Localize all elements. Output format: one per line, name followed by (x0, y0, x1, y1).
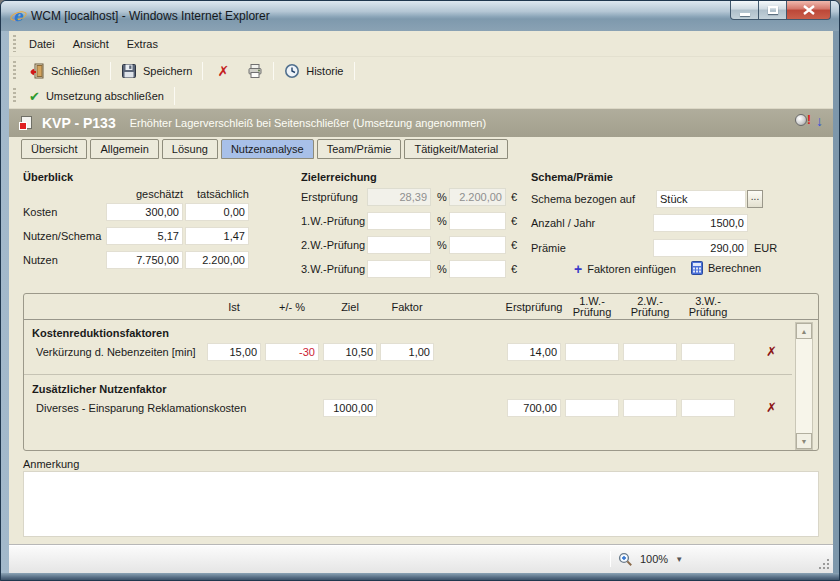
tab-strip: Übersicht Allgemein Lösung Nutzenanalyse… (9, 139, 833, 159)
w1-percent-field[interactable] (367, 212, 431, 230)
prozent-field[interactable]: -30 (265, 343, 319, 361)
tab-allgemein[interactable]: Allgemein (90, 139, 158, 159)
minimize-button[interactable] (730, 1, 759, 20)
nutzen-geschaetzt-field[interactable]: 7.750,00 (106, 251, 183, 269)
w1-field[interactable] (565, 343, 619, 361)
euro-sign: € (511, 239, 517, 251)
toolbar-gripper[interactable] (13, 35, 16, 53)
scroll-down-button[interactable]: ▼ (796, 433, 812, 449)
w2-amount-field[interactable] (449, 236, 506, 254)
door-exit-icon (29, 63, 45, 79)
w3-percent-field[interactable] (367, 260, 431, 278)
col-tatsaechlich: tatsächlich (185, 188, 249, 200)
ueberblick-title: Überblick (23, 171, 73, 183)
factors-table-panel: Ist +/- % Ziel Faktor Erstprüfung 1.W.-P… (23, 293, 819, 451)
umsetzung-abschliessen-button[interactable]: ✔ Umsetzung abschließen (22, 86, 171, 107)
nutzen-label: Nutzen (23, 254, 58, 266)
zoom-dropdown-icon[interactable]: ▼ (675, 555, 683, 564)
delete-button[interactable]: ✗ (206, 60, 240, 82)
w2-percent-field[interactable] (367, 236, 431, 254)
schema-praemie-title: Schema/Prämie (531, 171, 613, 183)
anmerkung-textarea[interactable] (23, 471, 819, 537)
nutzenfaktor-ziel-field[interactable]: 1000,00 (323, 399, 377, 417)
menu-datei[interactable]: Datei (22, 35, 62, 53)
schliessen-button[interactable]: Schließen (22, 60, 107, 82)
ziel-field[interactable]: 10,50 (323, 343, 377, 361)
nutzenfaktor-erstpruefung-field[interactable]: 700,00 (507, 399, 561, 417)
tab-taetigkeit-material[interactable]: Tätigkeit/Material (404, 139, 508, 159)
tab-uebersicht[interactable]: Übersicht (21, 139, 87, 159)
w1-amount-field[interactable] (449, 212, 506, 230)
w3-pruefung-label: 3.W.-Prüfung (301, 263, 365, 275)
nutzen-schema-tatsaechlich-field[interactable]: 1,47 (185, 227, 249, 245)
euro-sign: € (511, 263, 517, 275)
w3-field[interactable] (681, 343, 735, 361)
praemie-field[interactable]: 290,00 (653, 239, 748, 257)
menu-extras[interactable]: Extras (120, 35, 165, 53)
nutzenfaktor-w3-field[interactable] (681, 399, 735, 417)
nutzen-tatsaechlich-field[interactable]: 2.200,00 (185, 251, 249, 269)
scroll-down-arrow-icon[interactable]: ↓ (816, 114, 823, 128)
toolbar-separator (202, 62, 203, 80)
kosten-geschaetzt-field[interactable]: 300,00 (106, 203, 183, 221)
menu-ansicht[interactable]: Ansicht (66, 35, 116, 53)
zoom-magnifier-icon[interactable] (618, 552, 633, 567)
erstpruefung-field[interactable]: 14,00 (507, 343, 561, 361)
w1-pruefung-label: 1.W.-Prüfung (301, 215, 365, 227)
scroll-up-button[interactable]: ▲ (796, 323, 812, 339)
window-title: WCM [localhost] - Windows Internet Explo… (31, 9, 270, 23)
schema-lookup-button[interactable]: ... (747, 190, 763, 208)
kvp-document-icon (19, 116, 34, 131)
toolbar-separator (273, 62, 274, 80)
plus-icon: + (574, 261, 582, 277)
faktoren-einfuegen-button[interactable]: + Faktoren einfügen (574, 261, 676, 277)
resize-grip[interactable] (818, 558, 830, 570)
erstpruefung-percent-field[interactable]: 28,39 (367, 188, 431, 206)
w3-amount-field[interactable] (449, 260, 506, 278)
toolbar-gripper[interactable] (13, 61, 16, 80)
kosten-label: Kosten (23, 206, 57, 218)
toolbar-gripper[interactable] (13, 88, 16, 105)
historie-button[interactable]: Historie (277, 60, 350, 82)
anzahl-jahr-field[interactable]: 1500,0 (653, 214, 748, 232)
maximize-icon (768, 6, 778, 14)
speichern-button[interactable]: Speichern (114, 60, 200, 82)
status-sphere-icon[interactable]: ! (795, 113, 810, 128)
tab-team-praemie[interactable]: Team/Prämie (317, 139, 402, 159)
print-button[interactable] (240, 60, 270, 82)
zoom-level: 100% (640, 553, 668, 565)
percent-sign: % (437, 215, 447, 227)
title-bar[interactable]: e WCM [localhost] - Windows Internet Exp… (1, 1, 839, 31)
nutzenfaktor-w2-field[interactable] (623, 399, 677, 417)
erstpruefung-amount-field[interactable]: 2.200,00 (449, 188, 506, 206)
kosten-tatsaechlich-field[interactable]: 0,00 (185, 203, 249, 221)
maximize-button[interactable] (758, 1, 787, 20)
close-window-button[interactable] (786, 1, 831, 20)
schema-bezogen-field[interactable]: Stück (656, 190, 746, 208)
tab-nutzenanalyse[interactable]: Nutzenanalyse (221, 139, 314, 159)
anmerkung-label: Anmerkung (23, 458, 79, 470)
scroll-up-icon: ▲ (801, 328, 808, 335)
w2-field[interactable] (623, 343, 677, 361)
tab-loesung[interactable]: Lösung (162, 139, 218, 159)
berechnen-button[interactable]: Berechnen (691, 261, 761, 275)
nutzen-schema-geschaetzt-field[interactable]: 5,17 (106, 227, 183, 245)
faktor-row-label: Verkürzung d. Nebenzeiten [min] (36, 346, 196, 358)
faktor-field[interactable]: 1,00 (380, 343, 434, 361)
col-faktor: Faktor (380, 294, 434, 320)
tab-content: Überblick geschätzt tatsächlich Kosten 3… (9, 159, 833, 544)
berechnen-label: Berechnen (708, 262, 761, 274)
umsetzung-abschliessen-label: Umsetzung abschließen (46, 90, 164, 102)
calculator-icon (691, 261, 703, 275)
internet-explorer-icon: e (10, 7, 28, 25)
ist-field[interactable]: 15,00 (207, 343, 261, 361)
delete-row-icon[interactable]: ✗ (766, 400, 777, 415)
nutzenfaktor-w1-field[interactable] (565, 399, 619, 417)
vertical-scrollbar[interactable]: ▲ ▼ (795, 322, 813, 450)
delete-row-icon[interactable]: ✗ (766, 344, 777, 359)
praemie-label: Prämie (531, 242, 566, 254)
browser-window: e WCM [localhost] - Windows Internet Exp… (0, 0, 840, 581)
history-clock-icon (284, 63, 300, 79)
anzahl-jahr-label: Anzahl / Jahr (531, 217, 595, 229)
historie-label: Historie (306, 65, 343, 77)
